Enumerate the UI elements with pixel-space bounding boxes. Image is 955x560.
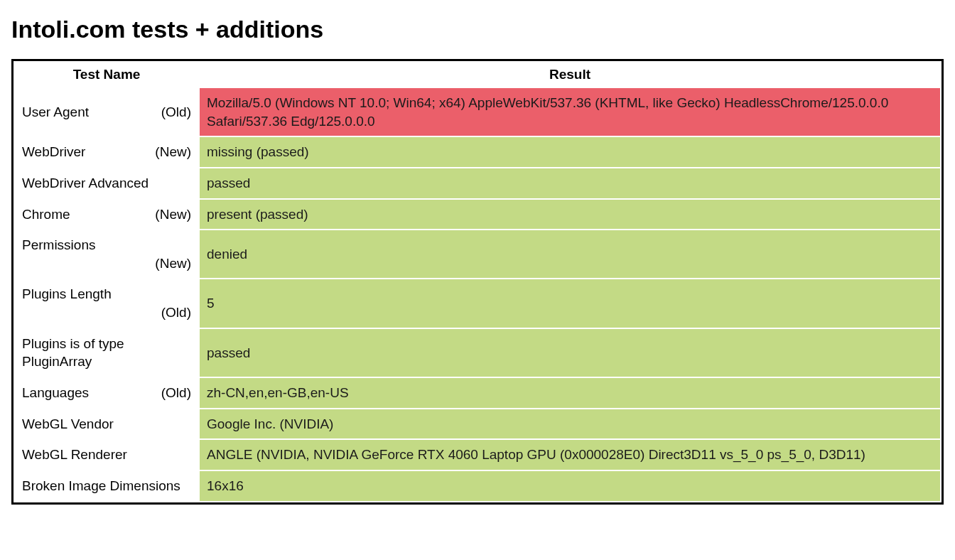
test-tag: (New) <box>155 143 191 161</box>
test-name-cell: Plugins Length(Old) <box>15 279 198 327</box>
table-row: WebDriver(New)missing (passed) <box>15 137 940 167</box>
test-result-cell: missing (passed) <box>200 137 940 167</box>
table-row: WebGL VendorGoogle Inc. (NVIDIA) <box>15 409 940 439</box>
test-result-cell: 5 <box>200 279 940 327</box>
test-result-cell: passed <box>200 168 940 198</box>
test-name-cell: WebDriver Advanced <box>15 168 198 198</box>
test-result-cell: ANGLE (NVIDIA, NVIDIA GeForce RTX 4060 L… <box>200 440 940 470</box>
test-name-cell: User Agent(Old) <box>15 88 198 136</box>
col-header-result: Result <box>200 63 940 87</box>
test-result-cell: Mozilla/5.0 (Windows NT 10.0; Win64; x64… <box>200 88 940 136</box>
test-name: Chrome <box>22 205 151 224</box>
tests-table: Test Name Result User Agent(Old)Mozilla/… <box>11 59 944 505</box>
test-name: Plugins Length <box>22 285 191 303</box>
test-name-cell: Chrome(New) <box>15 200 198 230</box>
col-header-name: Test Name <box>15 63 198 87</box>
table-row: Plugins Length(Old)5 <box>15 279 940 327</box>
test-name-cell: Permissions(New) <box>15 230 198 278</box>
test-name-cell: Broken Image Dimensions <box>15 471 198 501</box>
table-row: WebGL RendererANGLE (NVIDIA, NVIDIA GeFo… <box>15 440 940 470</box>
table-row: Plugins is of type PluginArraypassed <box>15 329 940 377</box>
table-row: Chrome(New)present (passed) <box>15 200 940 230</box>
test-name: WebGL Vendor <box>22 415 191 434</box>
test-name-cell: WebGL Vendor <box>15 409 198 439</box>
test-result-cell: zh-CN,en,en-GB,en-US <box>200 378 940 408</box>
table-row: Broken Image Dimensions16x16 <box>15 471 940 501</box>
test-name: Languages <box>22 384 157 402</box>
test-name: WebDriver <box>22 143 151 161</box>
test-name: WebDriver Advanced <box>22 174 191 193</box>
test-name: User Agent <box>22 103 157 122</box>
table-header-row: Test Name Result <box>15 63 940 87</box>
test-result-cell: present (passed) <box>200 200 940 230</box>
test-result-cell: passed <box>200 329 940 377</box>
test-name: Permissions <box>22 236 191 254</box>
test-name-cell: WebDriver(New) <box>15 137 198 167</box>
test-tag: (New) <box>155 205 191 224</box>
table-row: User Agent(Old)Mozilla/5.0 (Windows NT 1… <box>15 88 940 136</box>
test-name-cell: WebGL Renderer <box>15 440 198 470</box>
test-name: Plugins is of type PluginArray <box>22 335 191 371</box>
table-row: Permissions(New)denied <box>15 230 940 278</box>
test-tag: (Old) <box>161 103 191 122</box>
test-result-cell: 16x16 <box>200 471 940 501</box>
page-title: Intoli.com tests + additions <box>11 16 944 43</box>
test-name-cell: Plugins is of type PluginArray <box>15 329 198 377</box>
test-tag: (Old) <box>22 303 191 322</box>
test-result-cell: denied <box>200 230 940 278</box>
table-row: WebDriver Advancedpassed <box>15 168 940 198</box>
test-tag: (Old) <box>161 384 191 402</box>
test-name-cell: Languages(Old) <box>15 378 198 408</box>
test-name: WebGL Renderer <box>22 446 191 464</box>
table-row: Languages(Old)zh-CN,en,en-GB,en-US <box>15 378 940 408</box>
test-result-cell: Google Inc. (NVIDIA) <box>200 409 940 439</box>
test-tag: (New) <box>22 254 191 273</box>
test-name: Broken Image Dimensions <box>22 477 191 495</box>
